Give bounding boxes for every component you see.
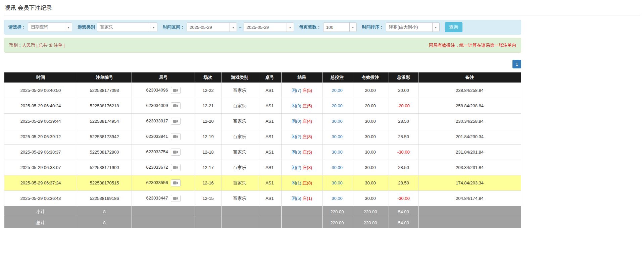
- table-row: 2025-05-29 06:38:37522538172800623033754…: [4, 145, 521, 160]
- result-player: 闲(2): [292, 165, 301, 170]
- video-camera-icon: [173, 135, 178, 138]
- round-video-button[interactable]: [171, 133, 181, 140]
- cell-table-no: AS1: [258, 145, 282, 160]
- time-range-label: 时间区间：: [163, 24, 185, 30]
- empty-cell: [221, 206, 258, 217]
- cell-session: 12-22: [195, 83, 221, 98]
- round-video-button[interactable]: [171, 195, 181, 202]
- cell-time: 2025-05-29 06:39:44: [4, 114, 77, 129]
- result-banker: 庄(5): [302, 150, 312, 155]
- info-bar: 币别：人民币 | 总共 :8 注单 | 同局有效投注，统一计算在该局第一张注单内: [4, 38, 521, 53]
- cell-round-id: 623033754: [132, 145, 195, 160]
- empty-cell: [132, 206, 195, 217]
- subtotal-row: 小计 8 220.00 220.00 54.00: [4, 206, 521, 217]
- cell-payout: -20.00: [389, 98, 418, 114]
- cell-total-bet: 30.00: [323, 145, 352, 160]
- cell-session: 12-15: [195, 191, 221, 206]
- header-table-no: 桌号: [258, 72, 282, 83]
- cell-valid-bet: 20.00: [352, 83, 389, 98]
- round-video-button[interactable]: [171, 102, 181, 109]
- result-banker: 庄(1): [302, 196, 312, 201]
- cell-game-type: 百家乐: [221, 191, 258, 206]
- query-type-select[interactable]: 日期查询 ▾: [28, 22, 72, 32]
- round-video-button[interactable]: [171, 164, 181, 171]
- cell-result: 闲(2) 庄(8): [282, 129, 323, 145]
- header-valid-bet: 有效投注: [352, 72, 389, 83]
- table-row: 2025-05-29 06:36:43522538169186623033447…: [4, 191, 521, 206]
- empty-cell: [282, 206, 323, 217]
- cell-session: 12-21: [195, 98, 221, 114]
- cell-note: 238.84/258.84: [418, 83, 521, 98]
- cell-table-no: AS1: [258, 114, 282, 129]
- cell-valid-bet: 30.00: [352, 114, 389, 129]
- sort-select[interactable]: 降幂(由大到小) ▾: [386, 22, 440, 32]
- round-id-text: 623033556: [146, 180, 168, 185]
- total-bet-link[interactable]: 30.00: [332, 119, 343, 124]
- caret-down-icon[interactable]: ▾: [230, 23, 237, 32]
- total-bet-link[interactable]: 30.00: [332, 180, 343, 185]
- caret-down-icon[interactable]: ▾: [349, 23, 356, 32]
- cell-result: 闲(9) 庄(5): [282, 98, 323, 114]
- total-bet-link[interactable]: 20.00: [332, 103, 343, 108]
- cell-game-type: 百家乐: [221, 98, 258, 114]
- caret-down-icon[interactable]: ▾: [287, 23, 294, 32]
- page-size-select[interactable]: 100 ▾: [323, 22, 357, 32]
- total-bet-link[interactable]: 20.00: [332, 88, 343, 93]
- cell-game-type: 百家乐: [221, 83, 258, 98]
- payout-value: -20.00: [397, 103, 410, 108]
- cell-valid-bet: 30.00: [352, 160, 389, 175]
- round-video-button[interactable]: [171, 179, 181, 186]
- game-type-value: 百家乐: [97, 23, 150, 32]
- date-from-select[interactable]: 2025-05-29 ▾: [187, 22, 237, 32]
- cell-bet-id: 522538174954: [77, 114, 132, 129]
- cell-result: 闲(0) 庄(4): [282, 114, 323, 129]
- header-game-type: 游戏类别: [221, 72, 258, 83]
- caret-down-icon[interactable]: ▾: [150, 23, 157, 32]
- game-type-select[interactable]: 百家乐 ▾: [97, 22, 157, 32]
- subtotal-valid-bet: 220.00: [352, 206, 389, 217]
- cell-note: 201.84/230.34: [418, 129, 521, 145]
- header-time: 时间: [4, 72, 77, 83]
- cell-session: 12-19: [195, 129, 221, 145]
- empty-cell: [418, 217, 521, 228]
- page-title: 视讯 会员下注纪录: [4, 3, 640, 15]
- result-banker: 庄(5): [302, 103, 312, 108]
- cell-payout: 28.50: [389, 114, 418, 129]
- sort-value: 降幂(由大到小): [386, 23, 432, 32]
- total-total-bet: 220.00: [323, 217, 352, 228]
- cell-bet-id: 522538173942: [77, 129, 132, 145]
- total-label: 总计: [4, 217, 77, 228]
- cell-round-id: 623034009: [132, 98, 195, 114]
- round-video-button[interactable]: [171, 118, 181, 125]
- caret-down-icon[interactable]: ▾: [432, 23, 439, 32]
- cell-round-id: 623033917: [132, 114, 195, 129]
- round-video-button[interactable]: [171, 87, 181, 94]
- cell-payout: -30.00: [389, 191, 418, 206]
- total-bet-link[interactable]: 30.00: [332, 165, 343, 170]
- cell-session: 12-17: [195, 160, 221, 175]
- result-banker: 庄(5): [302, 88, 312, 93]
- header-result: 结果: [282, 72, 323, 83]
- page-1-button[interactable]: 1: [512, 60, 521, 68]
- cell-table-no: AS1: [258, 191, 282, 206]
- caret-down-icon[interactable]: ▾: [65, 23, 72, 32]
- total-count: 8: [77, 217, 132, 228]
- round-video-button[interactable]: [171, 149, 181, 156]
- cell-game-type: 百家乐: [221, 114, 258, 129]
- round-id-text: 623033841: [146, 134, 168, 139]
- cell-game-type: 百家乐: [221, 175, 258, 191]
- table-row: 2025-05-29 06:40:24522538176218623034009…: [4, 98, 521, 114]
- total-bet-link[interactable]: 30.00: [332, 150, 343, 155]
- cell-round-id: 623033672: [132, 160, 195, 175]
- cell-payout: 20.00: [389, 83, 418, 98]
- date-to-select[interactable]: 2025-05-29 ▾: [244, 22, 294, 32]
- empty-cell: [258, 206, 282, 217]
- cell-result: 闲(5) 庄(1): [282, 191, 323, 206]
- cell-result: 闲(3) 庄(5): [282, 145, 323, 160]
- video-camera-icon: [173, 104, 178, 108]
- total-bet-link[interactable]: 30.00: [332, 134, 343, 139]
- total-bet-link[interactable]: 30.00: [332, 196, 343, 201]
- search-button[interactable]: 查询: [445, 22, 462, 32]
- query-type-value: 日期查询: [28, 23, 65, 32]
- round-id-text: 623034096: [146, 88, 168, 93]
